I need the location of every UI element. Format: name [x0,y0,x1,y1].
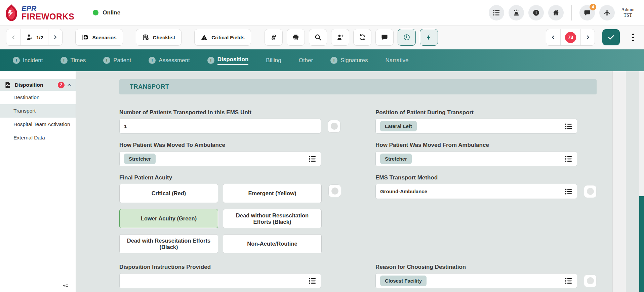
moved-from-field[interactable]: Stretcher [375,151,577,166]
info-icon [532,9,540,16]
sidebar-item-destination[interactable]: Destination [0,91,76,104]
siren-icon [513,9,520,16]
instructions-field[interactable] [119,273,321,288]
tab-times[interactable]: !Times [52,53,95,67]
tab-billing[interactable]: Billing [257,54,290,67]
checklist-button[interactable]: Checklist [136,29,182,46]
open-list-icon[interactable] [565,187,572,195]
tab-narrative[interactable]: Narrative [376,54,417,67]
info-button[interactable] [528,5,544,20]
paperclip-icon [269,33,278,42]
num-patients-label: Number of Patients Transported in this E… [119,109,375,116]
siren-button[interactable] [509,5,524,20]
clock-icon [403,34,410,41]
patient-pager-current[interactable]: 1/2 [21,29,48,45]
acuity-option-non-acute-routine[interactable]: Non-Acute/Routine [223,234,322,253]
checklist-icon [142,34,149,41]
acuity-option-lower-acuity-green[interactable]: Lower Acuity (Green) [119,209,218,228]
patient-pager-label: 1/2 [36,35,43,40]
position-field[interactable]: Lateral Left [375,119,577,134]
acuity-status-button[interactable] [328,184,341,197]
next-patient-button[interactable] [48,29,62,45]
more-options-button[interactable] [628,29,638,45]
top-bar: EPR FIREWORKS Online 4 Admin TST [0,0,644,26]
acuity-option-dead-without-resuscitation[interactable]: Dead without Resuscitation Efforts (Blac… [223,209,322,228]
times-quick-button[interactable] [398,29,416,46]
app-logo: EPR FIREWORKS [4,4,74,22]
next-issue-button[interactable] [580,29,595,45]
issue-count[interactable]: 73 [560,29,580,45]
messages-badge: 4 [590,4,596,10]
sidebar-item-external-data[interactable]: External Data [0,131,76,144]
sidebar-section-badge: 2 [58,82,65,88]
sidebar-item-hospital-team-activation[interactable]: Hospital Team Activation [0,118,76,131]
user-name-line1: Admin [621,7,635,13]
tab-other[interactable]: Other [290,54,322,67]
tab-disposition[interactable]: !Disposition [199,53,257,68]
alert-icon: ! [103,57,110,64]
previous-patient-button[interactable] [6,29,21,45]
save-button[interactable] [602,29,620,45]
online-status-label: Online [103,9,120,16]
brand-name-bottom: FIREWORKS [22,12,74,21]
previous-issue-button[interactable] [546,29,560,45]
alert-icon: ! [13,57,20,64]
scenarios-icon [82,34,89,41]
divider [84,6,84,20]
open-list-icon[interactable] [309,277,316,285]
transport-method-field[interactable]: Ground-Ambulance [375,184,577,199]
open-list-icon[interactable] [309,155,316,163]
open-list-icon[interactable] [565,277,572,285]
destination-reason-status-button[interactable] [584,275,597,287]
messages-button[interactable]: 4 [579,5,595,20]
destination-reason-field[interactable]: Closest Facility [375,273,577,288]
open-list-icon[interactable] [565,122,572,130]
moved-to-field[interactable]: Stretcher [119,151,321,166]
transport-method-value: Ground-Ambulance [380,189,562,194]
status-dot [331,187,338,195]
comments-button[interactable] [375,29,394,46]
add-crew-button[interactable] [331,29,349,46]
home-button[interactable] [548,5,564,20]
sync-button[interactable] [353,29,371,46]
open-list-icon[interactable] [565,155,572,163]
acuity-option-dead-with-resuscitation[interactable]: Dead with Resuscitation Efforts (Black) [119,234,218,253]
user-avatar[interactable]: Admin TST [619,4,637,22]
quick-actions-button[interactable] [420,29,438,46]
checkmark-icon [607,33,615,41]
comment-bubble-icon [381,34,388,41]
acuity-option-emergent-yellow[interactable]: Emergent (Yellow) [223,184,322,203]
tab-patient[interactable]: !Patient [94,53,140,67]
menu-list-button[interactable] [489,5,504,20]
page-scrollbar-thumb[interactable] [639,196,644,292]
moved-from-value-chip: Stretcher [380,154,412,164]
sidebar-section-disposition[interactable]: Disposition 2 [0,79,76,91]
document-pulse-icon [4,81,11,88]
num-patients-field[interactable] [119,119,321,134]
tab-incident[interactable]: !Incident [4,53,52,67]
acuity-option-critical-red[interactable]: Critical (Red) [119,184,218,203]
critical-fields-button[interactable]: Critical Fields [194,29,251,46]
sidebar-section-label: Disposition [15,82,58,88]
num-patients-input[interactable] [124,123,316,129]
acuity-options: Critical (Red) Emergent (Yellow) Lower A… [119,184,322,253]
person-add-icon [336,34,344,41]
search-button[interactable] [309,29,327,46]
moved-to-value-chip: Stretcher [124,154,156,164]
page-scrollbar[interactable] [639,71,644,292]
alert-icon: ! [330,57,337,64]
transport-method-label: EMS Transport Method [375,174,632,181]
scenarios-button[interactable]: Scenarios [75,29,123,46]
alert-icon: ! [61,57,68,64]
tab-assessment[interactable]: !Assessment [140,53,199,67]
num-patients-status-button[interactable] [328,120,340,133]
collapse-sidebar-button[interactable] [62,282,72,289]
tab-signatures[interactable]: !Signatures [322,53,376,67]
issue-count-badge: 73 [565,32,576,43]
attachments-button[interactable] [265,29,283,46]
sidebar-item-transport[interactable]: Transport [0,104,76,118]
print-button[interactable] [287,29,305,46]
transport-method-status-button[interactable] [584,185,597,198]
chevron-up-icon [67,83,72,87]
transport-mode-button[interactable] [599,5,615,20]
